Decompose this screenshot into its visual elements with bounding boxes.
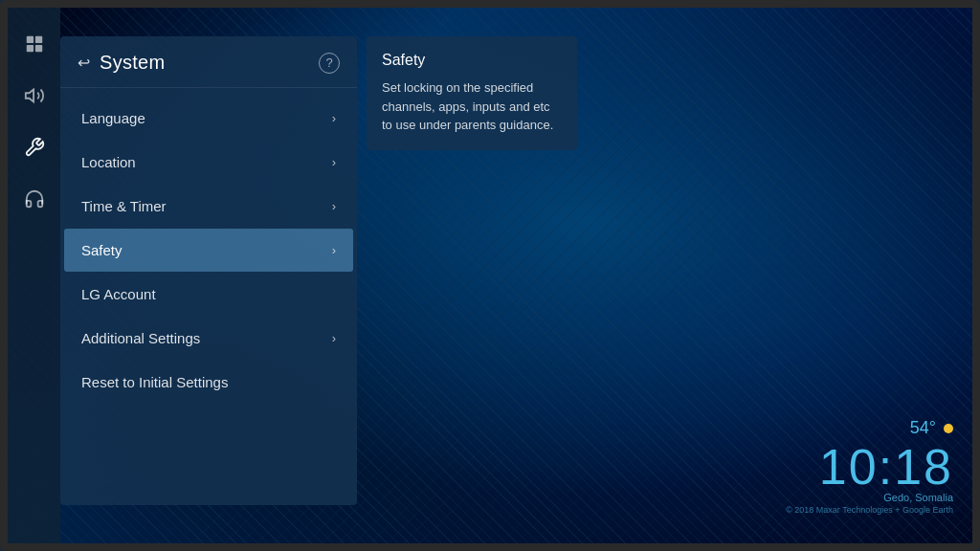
menu-item-additional-settings[interactable]: Additional Settings › xyxy=(64,317,353,360)
menu-header-left: ↩ System xyxy=(78,52,165,74)
temperature-display: 54° xyxy=(910,418,936,438)
menu-title: System xyxy=(100,52,165,74)
svg-rect-3 xyxy=(34,45,41,52)
copyright-text: © 2018 Maxar Technologies + Google Earth xyxy=(786,505,953,515)
clock-time-display: 10:18 xyxy=(786,442,953,492)
settings-icon[interactable] xyxy=(17,130,52,165)
chevron-right-icon: › xyxy=(332,111,336,125)
chevron-right-icon: › xyxy=(332,199,336,213)
weather-dot-icon xyxy=(944,424,953,433)
description-text: Set locking on the specified channels, a… xyxy=(382,78,562,135)
volume-icon[interactable] xyxy=(17,78,52,113)
home-icon[interactable] xyxy=(17,27,52,61)
help-button[interactable]: ? xyxy=(319,53,340,74)
menu-item-lg-account[interactable]: LG Account xyxy=(64,273,353,316)
menu-item-time-timer[interactable]: Time & Timer › xyxy=(64,185,353,228)
back-button[interactable]: ↩ xyxy=(78,54,90,72)
chevron-right-icon: › xyxy=(332,155,336,169)
menu-panel: ↩ System ? Language › Location › Time & … xyxy=(60,36,357,505)
menu-item-label: Safety xyxy=(81,242,122,258)
weather-row: 54° xyxy=(786,418,953,438)
svg-rect-0 xyxy=(26,36,33,43)
svg-rect-1 xyxy=(34,36,41,43)
sidebar xyxy=(8,8,60,543)
clock-area: 54° 10:18 Gedo, Somalia © 2018 Maxar Tec… xyxy=(786,418,953,515)
menu-item-label: Location xyxy=(81,154,136,170)
menu-item-label: Reset to Initial Settings xyxy=(81,374,228,390)
menu-item-label: Additional Settings xyxy=(81,330,200,346)
menu-item-label: LG Account xyxy=(81,286,156,302)
menu-item-label: Language xyxy=(81,110,145,126)
svg-rect-2 xyxy=(26,45,33,52)
menu-item-safety[interactable]: Safety › xyxy=(64,229,353,272)
chevron-right-icon: › xyxy=(332,243,336,257)
menu-item-language[interactable]: Language › xyxy=(64,97,353,140)
menu-item-location[interactable]: Location › xyxy=(64,141,353,184)
description-panel: Safety Set locking on the specified chan… xyxy=(367,36,577,150)
description-title: Safety xyxy=(382,52,562,69)
menu-item-reset-settings[interactable]: Reset to Initial Settings xyxy=(64,361,353,404)
menu-item-label: Time & Timer xyxy=(81,198,167,214)
menu-items-list: Language › Location › Time & Timer › Saf… xyxy=(60,88,357,412)
support-icon[interactable] xyxy=(17,182,52,216)
chevron-right-icon: › xyxy=(332,331,336,345)
menu-header: ↩ System ? xyxy=(60,36,357,88)
svg-marker-4 xyxy=(25,90,33,102)
tv-frame: ↩ System ? Language › Location › Time & … xyxy=(0,0,980,551)
